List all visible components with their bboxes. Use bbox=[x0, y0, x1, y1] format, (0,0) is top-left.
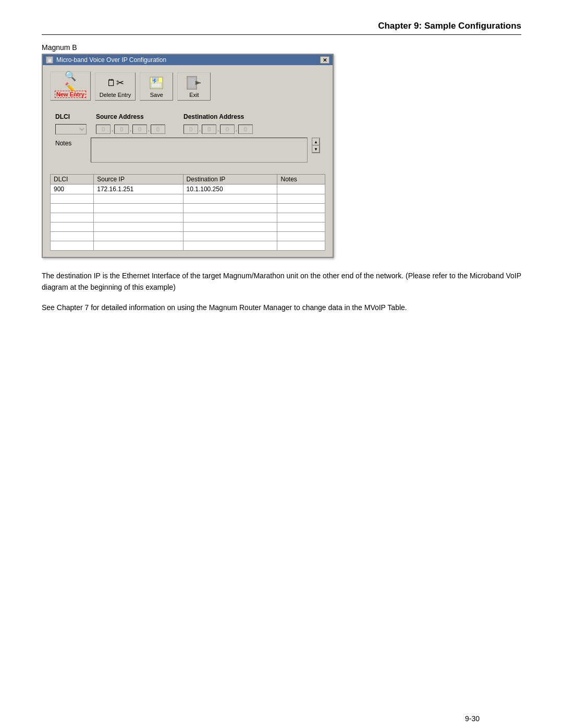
form-fields-row: . . . . . . bbox=[55, 124, 320, 134]
dialog-titlebar: 🖥 Micro-band Voice Over IP Configuration… bbox=[43, 55, 333, 65]
table-cell-dlci bbox=[51, 223, 94, 232]
dialog-title: Micro-band Voice Over IP Configuration bbox=[56, 56, 166, 64]
table-cell-source_ip bbox=[94, 241, 183, 251]
table-cell-notes bbox=[277, 184, 325, 194]
table-cell-destination_ip: 10.1.100.250 bbox=[183, 184, 277, 194]
destination-address-label: Destination Address bbox=[183, 112, 244, 121]
notes-scrollbar: ▲ ▼ bbox=[312, 138, 320, 153]
delete-entry-button[interactable]: 🗒✂ Delete Entry bbox=[95, 72, 136, 101]
notes-textarea[interactable] bbox=[91, 138, 308, 163]
source-dot-1: . bbox=[112, 126, 113, 133]
save-button[interactable]: Save bbox=[140, 72, 173, 101]
exit-icon bbox=[185, 75, 203, 91]
svg-rect-2 bbox=[151, 83, 162, 88]
new-entry-label: New Entry bbox=[55, 91, 86, 98]
table-cell-dlci bbox=[51, 213, 94, 223]
paragraph-2: See Chapter 7 for detailed information o… bbox=[42, 302, 521, 314]
table-cell-source_ip bbox=[94, 204, 183, 213]
table-cell-destination_ip bbox=[183, 194, 277, 204]
table-cell-source_ip bbox=[94, 194, 183, 204]
paragraph-1: The destination IP is the Ethernet Inter… bbox=[42, 270, 521, 293]
data-table: DLCI Source IP Destination IP Notes 9001… bbox=[50, 174, 325, 251]
table-row[interactable] bbox=[51, 241, 325, 251]
col-header-source-ip: Source IP bbox=[94, 175, 183, 184]
page-number: 9-30 bbox=[465, 714, 480, 723]
dest-dot-2: . bbox=[217, 126, 219, 133]
table-cell-dlci bbox=[51, 204, 94, 213]
table-cell-dlci bbox=[51, 232, 94, 241]
dialog-body: 🔍✏️ New Entry 🗒✂ Delete Entry bbox=[43, 65, 333, 257]
dest-ip-2[interactable] bbox=[202, 125, 216, 134]
notes-label: Notes bbox=[55, 138, 87, 147]
save-label: Save bbox=[150, 92, 163, 98]
close-button[interactable]: ✕ bbox=[320, 56, 329, 64]
toolbar: 🔍✏️ New Entry 🗒✂ Delete Entry bbox=[50, 71, 325, 101]
source-ip-1[interactable] bbox=[96, 125, 111, 134]
dest-ip-4[interactable] bbox=[238, 125, 253, 134]
source-ip-group: . . . bbox=[96, 125, 179, 134]
table-cell-notes bbox=[277, 194, 325, 204]
scroll-down-button[interactable]: ▼ bbox=[312, 145, 320, 153]
chapter-title: Chapter 9: Sample Configurations bbox=[42, 21, 521, 31]
source-dot-2: . bbox=[130, 126, 131, 133]
table-cell-notes bbox=[277, 204, 325, 213]
dialog-window: 🖥 Micro-band Voice Over IP Configuration… bbox=[42, 54, 334, 258]
delete-entry-icon: 🗒✂ bbox=[106, 75, 125, 91]
dest-dot-3: . bbox=[236, 126, 237, 133]
source-ip-2[interactable] bbox=[114, 125, 129, 134]
form-labels-row: DLCI Source Address Destination Address bbox=[55, 112, 320, 121]
table-cell-source_ip bbox=[94, 213, 183, 223]
delete-entry-label: Delete Entry bbox=[100, 92, 131, 98]
save-icon bbox=[147, 75, 166, 91]
magnum-label: Magnum B bbox=[42, 43, 521, 52]
table-cell-notes bbox=[277, 213, 325, 223]
table-row[interactable] bbox=[51, 194, 325, 204]
table-cell-source_ip bbox=[94, 223, 183, 232]
dest-dot-1: . bbox=[199, 126, 201, 133]
dest-ip-1[interactable] bbox=[183, 125, 198, 134]
chapter-divider bbox=[42, 34, 521, 35]
dialog-icon: 🖥 bbox=[46, 56, 53, 64]
table-cell-source_ip: 172.16.1.251 bbox=[94, 184, 183, 194]
dest-ip-3[interactable] bbox=[220, 125, 235, 134]
source-address-label: Source Address bbox=[96, 112, 179, 121]
table-row[interactable] bbox=[51, 204, 325, 213]
new-entry-button[interactable]: 🔍✏️ New Entry bbox=[50, 71, 91, 101]
dlci-label: DLCI bbox=[55, 112, 92, 121]
new-entry-icon: 🔍✏️ bbox=[61, 74, 80, 90]
table-cell-dlci: 900 bbox=[51, 184, 94, 194]
table-row[interactable] bbox=[51, 213, 325, 223]
table-row[interactable]: 900172.16.1.25110.1.100.250 bbox=[51, 184, 325, 194]
col-header-dlci: DLCI bbox=[51, 175, 94, 184]
source-ip-4[interactable] bbox=[151, 125, 165, 134]
table-cell-destination_ip bbox=[183, 241, 277, 251]
form-area: DLCI Source Address Destination Address bbox=[50, 109, 325, 170]
svg-rect-5 bbox=[188, 78, 195, 88]
table-cell-notes bbox=[277, 241, 325, 251]
col-header-dest-ip: Destination IP bbox=[183, 175, 277, 184]
table-cell-notes bbox=[277, 232, 325, 241]
table-cell-destination_ip bbox=[183, 213, 277, 223]
table-header-row: DLCI Source IP Destination IP Notes bbox=[51, 175, 325, 184]
col-header-notes: Notes bbox=[277, 175, 325, 184]
scroll-up-button[interactable]: ▲ bbox=[312, 138, 320, 145]
dlci-select[interactable] bbox=[55, 124, 87, 134]
dlci-field-container bbox=[55, 124, 92, 134]
table-cell-notes bbox=[277, 223, 325, 232]
table-cell-destination_ip bbox=[183, 232, 277, 241]
table-cell-destination_ip bbox=[183, 223, 277, 232]
titlebar-left: 🖥 Micro-band Voice Over IP Configuration bbox=[46, 56, 166, 64]
exit-button[interactable]: Exit bbox=[177, 72, 211, 101]
table-row[interactable] bbox=[51, 223, 325, 232]
table-cell-dlci bbox=[51, 194, 94, 204]
table-cell-dlci bbox=[51, 241, 94, 251]
table-cell-destination_ip bbox=[183, 204, 277, 213]
source-ip-3[interactable] bbox=[132, 125, 147, 134]
table-body: 900172.16.1.25110.1.100.250 bbox=[51, 184, 325, 251]
notes-row: Notes ▲ ▼ bbox=[55, 138, 320, 165]
exit-label: Exit bbox=[189, 92, 199, 98]
source-dot-3: . bbox=[148, 126, 150, 133]
destination-ip-group: . . . bbox=[183, 125, 253, 134]
table-row[interactable] bbox=[51, 232, 325, 241]
notes-textarea-container bbox=[91, 138, 308, 165]
